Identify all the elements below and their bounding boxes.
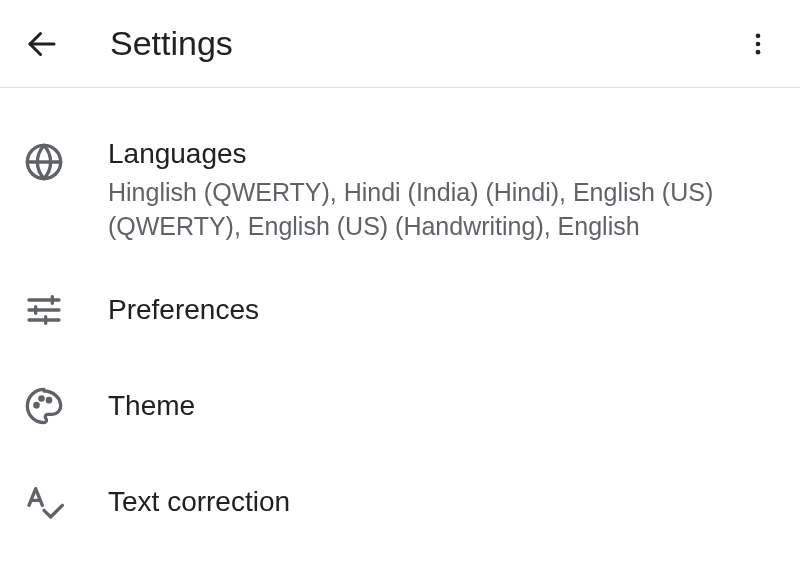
more-vert-icon	[744, 30, 772, 58]
page-title: Settings	[110, 24, 734, 63]
item-subtitle: Hinglish (QWERTY), Hindi (India) (Hindi)…	[108, 176, 782, 244]
item-title: Theme	[108, 388, 782, 424]
item-text: Theme	[108, 388, 782, 424]
overflow-menu-button[interactable]	[734, 20, 782, 68]
svg-point-2	[756, 41, 761, 46]
item-text: Preferences	[108, 292, 782, 328]
arrow-back-icon	[24, 26, 60, 62]
svg-point-13	[40, 397, 43, 400]
svg-point-1	[756, 33, 761, 38]
item-text: Text correction	[108, 484, 782, 520]
icon-slot	[20, 386, 108, 426]
back-button[interactable]	[18, 20, 66, 68]
palette-icon	[24, 386, 64, 426]
item-title: Text correction	[108, 484, 782, 520]
settings-item-text-correction[interactable]: Text correction	[0, 454, 800, 550]
item-title: Preferences	[108, 292, 782, 328]
spellcheck-icon	[24, 482, 64, 522]
settings-item-languages[interactable]: Languages Hinglish (QWERTY), Hindi (Indi…	[0, 118, 800, 262]
sliders-icon	[24, 290, 64, 330]
svg-point-12	[35, 403, 38, 406]
item-title: Languages	[108, 136, 782, 172]
settings-item-theme[interactable]: Theme	[0, 358, 800, 454]
icon-slot	[20, 136, 108, 182]
icon-slot	[20, 290, 108, 330]
svg-point-3	[756, 49, 761, 54]
settings-item-preferences[interactable]: Preferences	[0, 262, 800, 358]
item-text: Languages Hinglish (QWERTY), Hindi (Indi…	[108, 136, 782, 244]
icon-slot	[20, 482, 108, 522]
svg-point-14	[47, 398, 50, 401]
settings-list: Languages Hinglish (QWERTY), Hindi (Indi…	[0, 88, 800, 550]
globe-icon	[24, 142, 64, 182]
app-header: Settings	[0, 0, 800, 88]
